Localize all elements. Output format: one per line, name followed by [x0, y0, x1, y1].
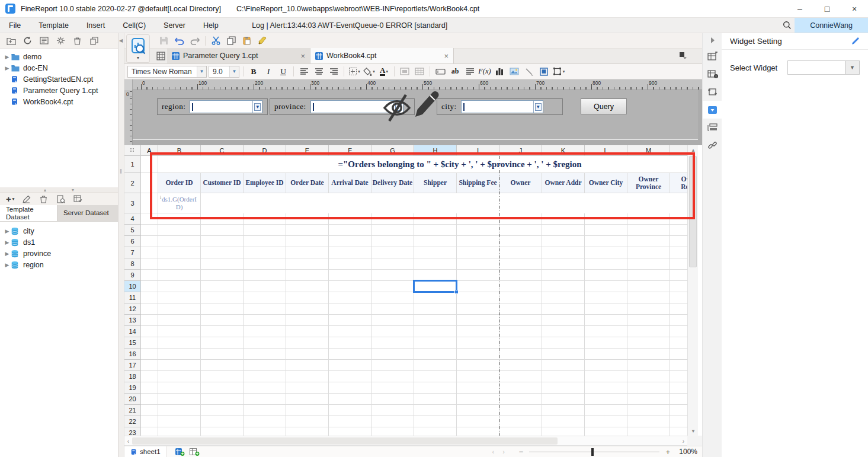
- empty-cell[interactable]: [627, 258, 670, 270]
- empty-cell[interactable]: [371, 270, 414, 281]
- tab-widget-setting[interactable]: [703, 101, 722, 119]
- empty-cell[interactable]: [371, 236, 414, 247]
- empty-cell[interactable]: [201, 394, 244, 405]
- empty-cell[interactable]: [457, 225, 499, 236]
- empty-cell[interactable]: [286, 360, 329, 371]
- empty-cell[interactable]: [371, 258, 414, 270]
- menu-item-help[interactable]: Help: [194, 18, 228, 33]
- empty-cell[interactable]: [499, 360, 542, 371]
- empty-cell[interactable]: [457, 394, 499, 405]
- tab-list-button[interactable]: [679, 52, 687, 59]
- empty-cell[interactable]: [329, 405, 371, 416]
- empty-cell[interactable]: [457, 349, 499, 360]
- font-color-button[interactable]: A▾: [377, 66, 390, 78]
- empty-cell[interactable]: [670, 281, 687, 292]
- cell-A4[interactable]: [141, 213, 158, 225]
- empty-cell[interactable]: [457, 236, 499, 247]
- menu-item-file[interactable]: File: [0, 18, 30, 33]
- empty-cell[interactable]: [627, 270, 670, 281]
- subreport-button[interactable]: [537, 66, 550, 78]
- empty-cell[interactable]: [244, 247, 286, 258]
- empty-cell[interactable]: [201, 303, 244, 315]
- zoom-slider-thumb[interactable]: [591, 448, 594, 456]
- cell-A6[interactable]: [141, 236, 158, 247]
- empty-cell[interactable]: [201, 349, 244, 360]
- combobox-dropdown-button[interactable]: ▼: [533, 101, 543, 113]
- settings-button[interactable]: [56, 36, 66, 46]
- empty-cell[interactable]: [286, 247, 329, 258]
- header-cell-H2[interactable]: Shipper: [414, 173, 457, 193]
- empty-cell[interactable]: [670, 349, 687, 360]
- empty-cell[interactable]: [414, 315, 457, 326]
- empty-cell[interactable]: [371, 247, 414, 258]
- cell-A16[interactable]: [141, 349, 158, 360]
- empty-cell[interactable]: [499, 371, 542, 382]
- row-header-12[interactable]: 12: [124, 303, 141, 315]
- empty-cell[interactable]: [371, 326, 414, 337]
- add-grid-sheet-button[interactable]: [175, 448, 185, 456]
- empty-cell[interactable]: [201, 427, 244, 436]
- empty-cell[interactable]: [542, 337, 585, 349]
- empty-cell[interactable]: [499, 416, 542, 427]
- empty-cell[interactable]: [414, 382, 457, 394]
- empty-cell[interactable]: [414, 416, 457, 427]
- empty-cell[interactable]: [244, 292, 286, 303]
- row-header-20[interactable]: 20: [124, 394, 141, 405]
- empty-cell[interactable]: [670, 394, 687, 405]
- cell-A14[interactable]: [141, 326, 158, 337]
- copy-button[interactable]: [226, 36, 236, 46]
- empty-cell[interactable]: [585, 247, 627, 258]
- cell-A3[interactable]: [141, 193, 158, 213]
- empty-cell[interactable]: [414, 360, 457, 371]
- empty-cell[interactable]: [329, 360, 371, 371]
- empty-cell[interactable]: [329, 349, 371, 360]
- row-header-5[interactable]: 5: [124, 225, 141, 236]
- empty-cell[interactable]: [542, 394, 585, 405]
- row-header-3[interactable]: 3: [124, 193, 141, 213]
- empty-cell[interactable]: [371, 292, 414, 303]
- empty-cell[interactable]: [457, 247, 499, 258]
- edit-widget-button[interactable]: [851, 37, 860, 46]
- empty-cell[interactable]: [286, 405, 329, 416]
- expand-arrow-icon[interactable]: ▶: [4, 54, 11, 60]
- empty-cell[interactable]: [329, 326, 371, 337]
- empty-cell[interactable]: [371, 349, 414, 360]
- empty-cell[interactable]: [627, 292, 670, 303]
- empty-cell[interactable]: [286, 315, 329, 326]
- empty-cell[interactable]: [499, 303, 542, 315]
- file-tree-item[interactable]: Parameter Query 1.cpt: [0, 85, 118, 96]
- empty-cell[interactable]: [286, 371, 329, 382]
- empty-cell[interactable]: [627, 382, 670, 394]
- select-widget-dropdown[interactable]: ▼: [787, 60, 860, 75]
- dataset-tree-item[interactable]: ▶region: [0, 259, 118, 270]
- empty-cell[interactable]: [158, 236, 201, 247]
- row-header-1[interactable]: 1: [124, 156, 141, 173]
- empty-cell[interactable]: [329, 382, 371, 394]
- empty-cell[interactable]: [244, 405, 286, 416]
- column-header-G[interactable]: G: [371, 145, 414, 156]
- empty-cell[interactable]: [201, 270, 244, 281]
- scroll-right-icon[interactable]: ›: [680, 436, 687, 446]
- empty-cell[interactable]: [158, 258, 201, 270]
- empty-cell[interactable]: [286, 236, 329, 247]
- dataset-tab-server[interactable]: Server Dataset: [57, 205, 115, 221]
- file-tree-item[interactable]: GettingStartedEN.cpt: [0, 73, 118, 85]
- empty-cell[interactable]: [499, 349, 542, 360]
- empty-cell[interactable]: [158, 371, 201, 382]
- empty-cell[interactable]: [542, 360, 585, 371]
- add-dataset-button[interactable]: +▾: [6, 194, 14, 204]
- empty-cell[interactable]: [585, 315, 627, 326]
- column-header-K[interactable]: K: [542, 145, 585, 156]
- row-header-22[interactable]: 22: [124, 416, 141, 427]
- image-button[interactable]: [508, 66, 521, 78]
- header-cell-D2[interactable]: Employee ID: [244, 173, 286, 193]
- empty-cell[interactable]: [457, 303, 499, 315]
- empty-cell[interactable]: [542, 213, 585, 225]
- empty-cell[interactable]: [201, 416, 244, 427]
- underline-button[interactable]: U: [277, 66, 290, 78]
- empty-cell[interactable]: [627, 315, 670, 326]
- zoom-out-button[interactable]: −: [519, 448, 524, 456]
- empty-cell[interactable]: [158, 416, 201, 427]
- header-cell-M2[interactable]: Owner Province: [627, 173, 670, 193]
- empty-cell[interactable]: [542, 303, 585, 315]
